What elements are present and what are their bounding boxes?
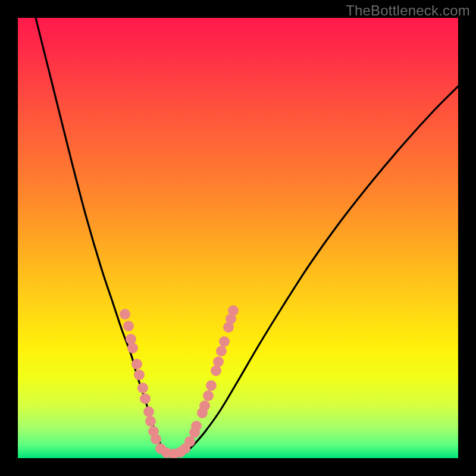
data-dot — [151, 434, 161, 444]
data-dots — [120, 305, 239, 458]
data-dot — [216, 346, 227, 356]
plot-area — [18, 18, 458, 458]
data-dot — [213, 356, 224, 367]
watermark-text: TheBottleneck.com — [346, 2, 470, 19]
data-dot — [140, 393, 151, 404]
curve-layer — [18, 18, 458, 458]
data-dot — [123, 321, 134, 331]
data-dot — [199, 400, 210, 411]
data-dot — [228, 305, 239, 316]
data-dot — [143, 406, 154, 417]
data-dot — [137, 383, 148, 393]
data-dot — [126, 334, 136, 345]
chart-frame: TheBottleneck.com — [0, 0, 476, 476]
data-dot — [134, 369, 145, 380]
data-dot — [219, 336, 230, 347]
data-dot — [127, 343, 138, 353]
data-dot — [191, 421, 202, 431]
data-dot — [120, 309, 130, 320]
bottleneck-curve — [36, 18, 458, 456]
data-dot — [131, 359, 142, 369]
data-dot — [206, 380, 217, 391]
data-dot — [203, 390, 214, 401]
data-dot — [145, 416, 156, 427]
